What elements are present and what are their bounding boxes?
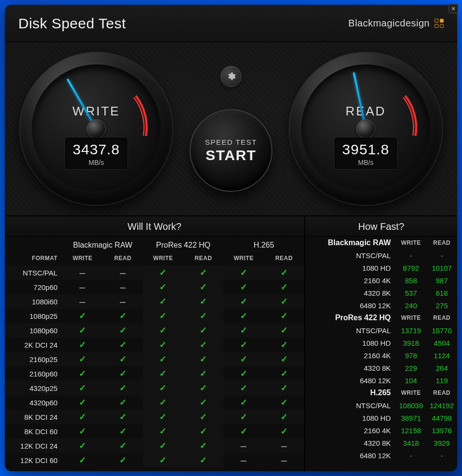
format-label: 12K DCI 60 (5, 453, 63, 467)
read-value: - (426, 449, 457, 462)
check-icon: ✓ (143, 424, 183, 438)
write-value: 858 (396, 274, 426, 287)
sub-write: WRITE (396, 387, 426, 399)
check-icon: ✓ (143, 352, 183, 366)
write-value: 229 (396, 362, 426, 374)
format-label: 4320 8K (305, 287, 396, 299)
codec-header-h265: H.265 (223, 237, 304, 251)
check-icon: ✓ (103, 410, 143, 424)
format-label: 6480 12K (305, 299, 396, 312)
check-icon: ✓ (264, 265, 304, 280)
format-label: 1080p60 (5, 323, 63, 338)
check-icon: ✓ (183, 309, 224, 323)
sub-read: READ (426, 387, 457, 399)
sub-read: READ (426, 237, 457, 249)
start-button[interactable]: SPEED TEST START (190, 109, 272, 192)
check-icon: ✓ (103, 395, 143, 410)
check-icon: ✓ (183, 424, 224, 438)
write-value: - (396, 449, 426, 462)
format-label: 8K DCI 24 (5, 410, 63, 424)
read-value: 15770 (426, 324, 457, 337)
read-value: 10107 (426, 262, 457, 274)
sub-read: READ (183, 251, 224, 265)
format-label: NTSC/PAL (305, 399, 396, 412)
check-icon: ✓ (223, 395, 264, 410)
read-value: 3929 (426, 437, 457, 449)
sub-read: READ (103, 251, 143, 265)
sub-read: READ (426, 312, 457, 324)
write-readout: 3437.8 MB/s (65, 138, 128, 169)
check-icon: ✓ (143, 410, 183, 424)
format-label: 2160p25 (5, 352, 63, 366)
check-icon: ✓ (183, 338, 224, 352)
table-row: 6480 12K-- (305, 449, 457, 462)
check-icon: ✓ (63, 410, 103, 424)
check-icon: ✓ (143, 280, 183, 294)
dash-icon (63, 265, 103, 280)
read-value: 618 (426, 287, 457, 299)
table-row: 2160 4K9781124 (305, 349, 457, 362)
table-row: 4320 8K34183929 (305, 437, 457, 449)
dash-icon (223, 438, 264, 453)
format-label: 2160 4K (305, 424, 396, 437)
write-value: 38971 (396, 412, 426, 424)
check-icon: ✓ (223, 309, 264, 323)
settings-button[interactable] (220, 66, 242, 87)
check-icon: ✓ (183, 366, 224, 381)
check-icon: ✓ (264, 410, 304, 424)
write-value: 3918 (396, 337, 426, 349)
dash-icon (103, 294, 143, 309)
app-title: Disk Speed Test (18, 15, 126, 32)
table-row: 720p60✓✓✓✓ (5, 280, 304, 294)
will-it-work-title: Will It Work? (5, 216, 304, 237)
check-icon: ✓ (264, 280, 304, 294)
format-label: 1080p25 (5, 309, 63, 323)
check-icon: ✓ (183, 410, 224, 424)
check-icon: ✓ (223, 294, 264, 309)
check-icon: ✓ (183, 265, 224, 280)
read-value: 119 (426, 374, 457, 387)
format-header: FORMAT (5, 251, 63, 265)
check-icon: ✓ (183, 453, 224, 467)
check-icon: ✓ (143, 294, 183, 309)
gauge-panel: WRITE 3437.8 MB/s SPEED TEST START (5, 42, 457, 216)
read-value: 3951.8 (337, 141, 394, 158)
format-label: 1080 HD (305, 412, 396, 424)
check-icon: ✓ (223, 338, 264, 352)
write-value: 978 (396, 349, 426, 362)
close-button[interactable]: × (449, 4, 458, 13)
check-icon: ✓ (264, 366, 304, 381)
start-button-label1: SPEED TEST (205, 138, 257, 146)
check-icon: ✓ (264, 352, 304, 366)
write-gauge-label: WRITE (32, 104, 161, 119)
write-unit: MB/s (68, 159, 125, 166)
check-icon: ✓ (223, 410, 264, 424)
format-label: 2160p60 (5, 366, 63, 381)
check-icon: ✓ (223, 280, 264, 294)
check-icon: ✓ (103, 453, 143, 467)
table-row: 2160 4K1215813976 (305, 424, 457, 437)
check-icon: ✓ (223, 323, 264, 338)
read-value: 1124 (426, 349, 457, 362)
codec-header-row: H.265WRITEREAD (305, 387, 457, 399)
check-icon: ✓ (103, 366, 143, 381)
check-icon: ✓ (223, 366, 264, 381)
table-row: 4320 8K229264 (305, 362, 457, 374)
check-icon: ✓ (183, 438, 224, 453)
sub-write: WRITE (223, 251, 264, 265)
table-row: NTSC/PAL-- (305, 249, 457, 262)
table-row: NTSC/PAL1371915770 (305, 324, 457, 337)
read-gauge-hub (356, 119, 375, 138)
check-icon: ✓ (63, 338, 103, 352)
read-value: - (426, 249, 457, 262)
check-icon: ✓ (143, 323, 183, 338)
titlebar: Disk Speed Test Blackmagicdesign (5, 5, 457, 42)
table-row: 6480 12K240275 (305, 299, 457, 312)
write-value: 8792 (396, 262, 426, 274)
check-icon: ✓ (63, 309, 103, 323)
check-icon: ✓ (103, 424, 143, 438)
check-icon: ✓ (223, 265, 264, 280)
check-icon: ✓ (63, 395, 103, 410)
read-value: 987 (426, 274, 457, 287)
check-icon: ✓ (103, 338, 143, 352)
